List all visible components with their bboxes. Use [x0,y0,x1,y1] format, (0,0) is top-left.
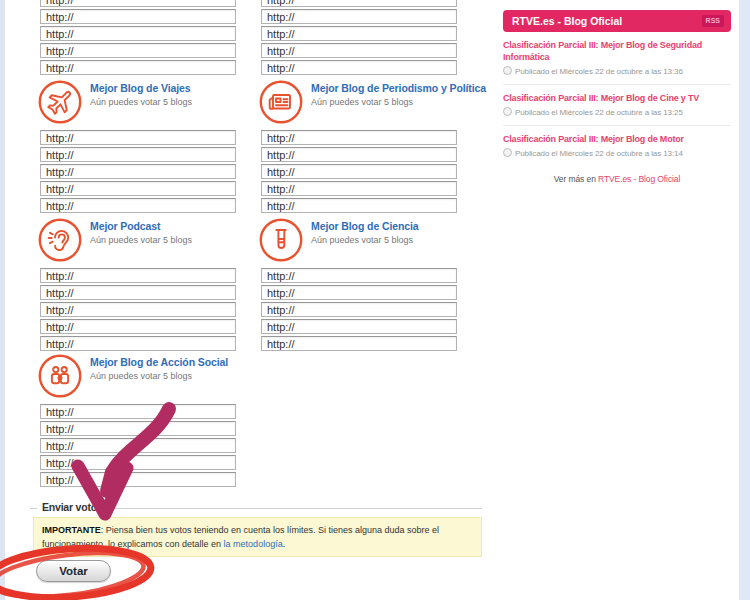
sidebar-header-title: RTVE.es - Blog Oficial [512,15,622,27]
url-input[interactable] [40,164,236,179]
ear-icon [38,218,82,262]
sidebar-item-title[interactable]: Clasificación Parcial III: Mejor Blog de… [503,92,731,104]
url-input[interactable] [261,60,457,75]
url-input[interactable] [261,147,457,162]
url-input[interactable] [40,181,236,196]
notice-suffix: . [283,539,286,549]
url-input[interactable] [40,455,236,470]
category-subtitle: Aún puedes votar 5 blogs [311,96,486,108]
category-subtitle: Aún puedes votar 5 blogs [90,234,192,246]
url-input[interactable] [40,285,236,300]
category-accion-social: Mejor Blog de Acción Social Aún puedes v… [38,354,278,489]
page-left-margin [0,0,5,600]
category-title: Mejor Blog de Periodismo y Política [311,82,486,95]
url-field-group [261,130,457,213]
test-tube-icon [259,218,303,262]
url-input[interactable] [261,302,457,317]
url-field-group-top-right [261,0,457,77]
url-input[interactable] [40,26,236,41]
sidebar-item-title[interactable]: Clasificación Parcial III: Mejor Blog de… [503,39,731,63]
sidebar-item: Clasificación Parcial III: Mejor Blog de… [503,133,731,166]
sidebar-item-meta: Publicado el Miércoles 22 de octubre a l… [503,107,731,118]
url-input[interactable] [40,43,236,58]
url-input[interactable] [261,43,457,58]
url-input[interactable] [261,319,457,334]
category-viajes: Mejor Blog de Viajes Aún puedes votar 5 … [38,80,278,215]
sidebar-item-title[interactable]: Clasificación Parcial III: Mejor Blog de… [503,133,731,145]
url-input[interactable] [261,285,457,300]
url-input[interactable] [40,9,236,24]
url-input[interactable] [261,164,457,179]
url-input[interactable] [40,319,236,334]
url-field-group [261,268,457,351]
url-field-group [40,404,236,487]
newspaper-icon [259,80,303,124]
url-input[interactable] [40,147,236,162]
category-periodismo: Mejor Blog de Periodismo y Política Aún … [259,80,499,215]
url-input[interactable] [40,130,236,145]
metodologia-link[interactable]: la metodología [224,539,283,549]
url-input[interactable] [261,0,457,7]
voting-page: Mejor Blog de Viajes Aún puedes votar 5 … [0,0,750,600]
category-title: Mejor Blog de Viajes [90,82,192,95]
category-ciencia: Mejor Blog de Ciencia Aún puedes votar 5… [259,218,499,353]
category-podcast: Mejor Podcast Aún puedes votar 5 blogs [38,218,278,353]
category-title: Mejor Podcast [90,220,192,233]
url-input[interactable] [261,9,457,24]
url-field-group [40,268,236,351]
category-subtitle: Aún puedes votar 5 blogs [90,370,228,382]
category-title: Mejor Blog de Acción Social [90,356,228,369]
url-input[interactable] [40,60,236,75]
people-heart-icon [38,354,82,398]
enviar-voto-fieldset-line: Enviar voto [30,508,482,509]
url-input[interactable] [40,302,236,317]
sidebar-item-meta: Publicado el Miércoles 22 de octubre a l… [503,66,731,77]
category-title: Mejor Blog de Ciencia [311,220,419,233]
url-field-group-top-left [40,0,236,77]
url-input[interactable] [261,130,457,145]
url-input[interactable] [40,438,236,453]
url-input[interactable] [261,181,457,196]
url-input[interactable] [261,268,457,283]
clock-icon [503,148,512,157]
notice-label: IMPORTANTE [42,525,101,535]
votar-button[interactable]: Votar [36,560,111,582]
url-input[interactable] [40,421,236,436]
url-input[interactable] [40,198,236,213]
url-input[interactable] [40,0,236,7]
sidebar-blog-oficial: RTVE.es - Blog Oficial RSS Clasificación… [503,10,731,184]
rss-badge[interactable]: RSS [702,15,724,27]
url-input[interactable] [40,404,236,419]
url-field-group [40,130,236,213]
ver-mas-link[interactable]: RTVE.es - Blog Oficial [598,174,680,184]
ver-mas: Ver más en RTVE.es - Blog Oficial [503,174,731,184]
category-subtitle: Aún puedes votar 5 blogs [90,96,192,108]
sidebar-item-meta: Publicado el Miércoles 22 de octubre a l… [503,148,731,159]
clock-icon [503,107,512,116]
url-input[interactable] [261,336,457,351]
sidebar-header: RTVE.es - Blog Oficial RSS [503,10,731,32]
important-notice: IMPORTANTE: Piensa bien tus votos tenien… [33,517,482,557]
sidebar-item: Clasificación Parcial III: Mejor Blog de… [503,92,731,126]
enviar-voto-legend: Enviar voto [37,501,102,513]
category-subtitle: Aún puedes votar 5 blogs [311,234,419,246]
url-input[interactable] [40,268,236,283]
plane-icon [38,80,82,124]
url-input[interactable] [261,198,457,213]
url-input[interactable] [40,336,236,351]
page-right-margin [739,0,750,600]
url-input[interactable] [261,26,457,41]
sidebar-item: Clasificación Parcial III: Mejor Blog de… [503,39,731,85]
url-input[interactable] [40,472,236,487]
clock-icon [503,66,512,75]
